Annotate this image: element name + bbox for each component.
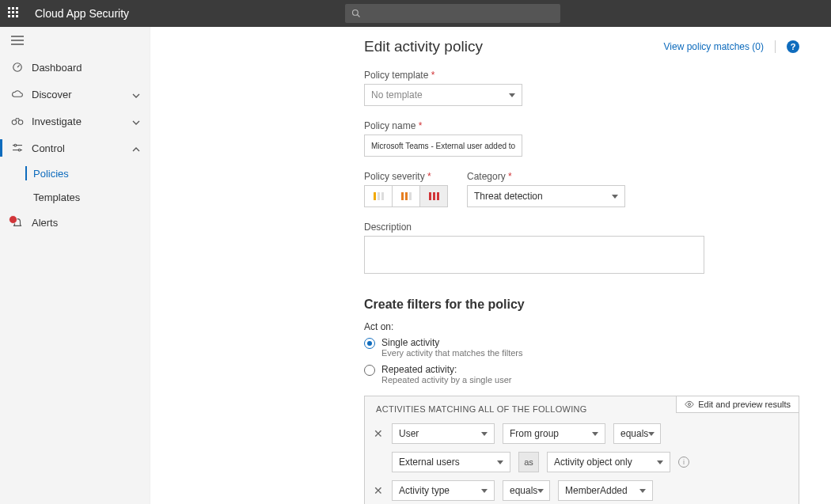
filter-field-select[interactable]: Activity type	[392, 480, 495, 501]
filter-op-select[interactable]: From group	[503, 423, 605, 444]
filter-value-select[interactable]: External users	[392, 452, 510, 472]
remove-filter-button[interactable]: ✕	[373, 427, 384, 440]
sidebar-item-investigate[interactable]: Investigate	[0, 108, 150, 135]
chevron-down-icon	[509, 93, 515, 97]
filter-panel: Edit and preview results ACTIVITIES MATC…	[364, 396, 799, 504]
filter-value-select[interactable]: MemberAdded	[558, 480, 653, 501]
sidebar-item-label: Investigate	[32, 116, 82, 127]
main-content: Edit activity policy View policy matches…	[150, 27, 831, 504]
category-select[interactable]: Threat detection	[467, 185, 625, 207]
svg-point-12	[18, 149, 21, 151]
filters-section-title: Create filters for the policy	[364, 297, 799, 312]
chevron-down-icon	[481, 489, 488, 493]
description-label: Description	[364, 222, 799, 233]
single-activity-sublabel: Every activity that matches the filters	[381, 348, 523, 358]
sidebar-item-control[interactable]: Control	[0, 135, 150, 161]
filter-panel-title: ACTIVITIES MATCHING ALL OF THE FOLLOWING	[376, 404, 587, 414]
sidebar-item-label: Dashboard	[32, 62, 82, 74]
severity-group	[364, 185, 448, 207]
sidebar-item-label: Control	[32, 142, 65, 154]
sidebar-item-label: Alerts	[32, 217, 58, 229]
svg-point-8	[18, 120, 23, 125]
remove-filter-button[interactable]: ✕	[373, 484, 384, 497]
chevron-down-icon	[132, 89, 140, 100]
severity-medium-button[interactable]	[392, 185, 420, 207]
filter-row: ✕ Activity type equals MemberAdded	[365, 479, 799, 504]
sidebar-item-label: Policies	[33, 168, 69, 180]
as-label: as	[518, 452, 539, 472]
sidebar-item-alerts[interactable]: Alerts	[0, 209, 150, 236]
sidebar-sub-policies[interactable]: Policies	[0, 161, 150, 185]
info-icon[interactable]: i	[678, 457, 689, 468]
severity-label: Policy severity	[364, 171, 448, 182]
svg-point-0	[352, 10, 358, 16]
search-icon	[351, 9, 361, 18]
template-label: Policy template	[364, 70, 799, 81]
bell-icon	[11, 217, 24, 228]
eye-icon	[685, 400, 694, 408]
sliders-icon	[11, 143, 24, 153]
chevron-up-icon	[132, 142, 140, 154]
sidebar-item-label: Templates	[33, 191, 80, 203]
filter-row: ✕ User From group equals	[365, 422, 799, 450]
chevron-down-icon	[612, 195, 618, 199]
cloud-icon	[11, 89, 24, 99]
binoculars-icon	[11, 116, 24, 126]
chevron-down-icon	[537, 489, 544, 493]
edit-preview-button[interactable]: Edit and preview results	[676, 396, 799, 413]
divider	[775, 40, 776, 53]
svg-line-6	[17, 65, 20, 67]
filter-scope-select[interactable]: Activity object only	[547, 452, 670, 472]
svg-point-10	[14, 144, 17, 146]
sidebar-item-label: Discover	[32, 89, 72, 100]
filter-cmp-select[interactable]: equals	[613, 423, 661, 444]
chevron-down-icon	[497, 460, 503, 464]
filter-cmp-select[interactable]: equals	[503, 480, 550, 501]
hamburger-icon[interactable]	[11, 36, 24, 45]
single-activity-radio[interactable]	[364, 338, 375, 349]
single-activity-label: Single activity	[381, 337, 523, 348]
acton-label: Act on:	[364, 321, 799, 332]
policy-name-input[interactable]	[364, 135, 522, 157]
chevron-down-icon	[648, 432, 655, 436]
sidebar-sub-templates[interactable]: Templates	[0, 185, 150, 209]
svg-point-7	[12, 120, 17, 125]
svg-line-1	[357, 15, 359, 17]
chevron-down-icon	[481, 432, 488, 436]
help-icon[interactable]: ?	[787, 40, 799, 53]
name-label: Policy name	[364, 120, 799, 131]
sidebar-item-discover[interactable]: Discover	[0, 81, 150, 108]
chevron-down-icon	[132, 116, 140, 127]
app-launcher-icon[interactable]	[8, 7, 21, 20]
chevron-down-icon	[639, 489, 646, 493]
severity-low-button[interactable]	[364, 185, 393, 207]
description-input[interactable]	[364, 236, 704, 274]
severity-high-button[interactable]	[419, 185, 448, 207]
filter-row-extra: External users as Activity object only i	[365, 450, 799, 479]
search-input[interactable]	[345, 4, 560, 23]
repeated-activity-radio[interactable]	[364, 365, 375, 376]
gauge-icon	[11, 62, 24, 73]
filter-field-select[interactable]: User	[392, 423, 495, 444]
chevron-down-icon	[657, 460, 663, 464]
top-bar: Cloud App Security	[0, 0, 831, 27]
chevron-down-icon	[592, 432, 598, 436]
page-title: Edit activity policy	[364, 38, 483, 55]
sidebar: Dashboard Discover Investigate Control P…	[0, 27, 150, 504]
template-select[interactable]: No template	[364, 84, 522, 106]
sidebar-item-dashboard[interactable]: Dashboard	[0, 54, 150, 81]
svg-point-13	[689, 404, 691, 406]
repeated-activity-label: Repeated activity:	[381, 364, 511, 375]
repeated-activity-sublabel: Repeated activity by a single user	[381, 375, 511, 385]
view-matches-link[interactable]: View policy matches (0)	[664, 41, 765, 52]
category-label: Category	[467, 171, 625, 182]
app-title: Cloud App Security	[35, 7, 129, 20]
